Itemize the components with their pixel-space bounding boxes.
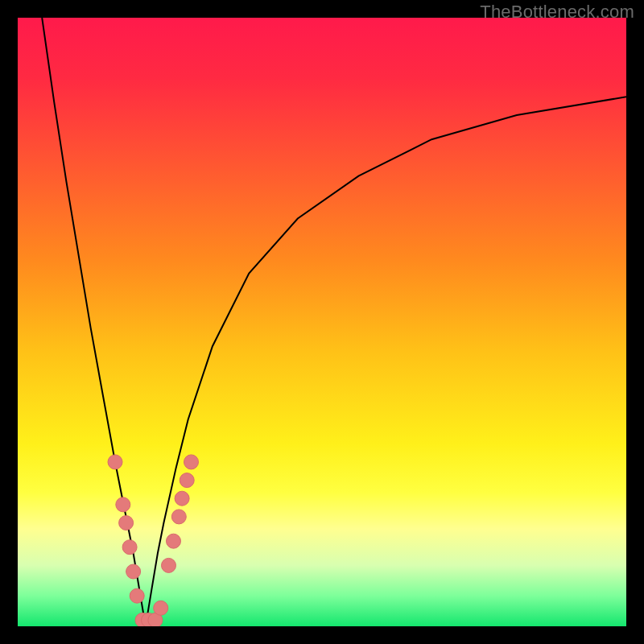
- gradient-bg: [18, 18, 626, 626]
- plot-area: [18, 18, 626, 626]
- data-point-marker: [167, 534, 181, 548]
- data-point-marker: [175, 491, 189, 506]
- data-point-marker: [126, 564, 141, 579]
- data-point-marker: [122, 540, 137, 555]
- data-point-marker: [116, 497, 130, 512]
- chart-svg: [18, 18, 626, 626]
- data-point-marker: [108, 455, 122, 469]
- outer-frame: TheBottleneck.com: [0, 0, 644, 644]
- data-point-marker: [119, 516, 134, 530]
- data-point-marker: [171, 510, 186, 524]
- data-point-marker: [180, 473, 194, 488]
- watermark-text: TheBottleneck.com: [480, 2, 634, 23]
- data-point-marker: [130, 588, 144, 603]
- data-point-marker: [184, 455, 199, 469]
- data-point-marker: [162, 558, 176, 572]
- data-point-marker: [154, 601, 168, 615]
